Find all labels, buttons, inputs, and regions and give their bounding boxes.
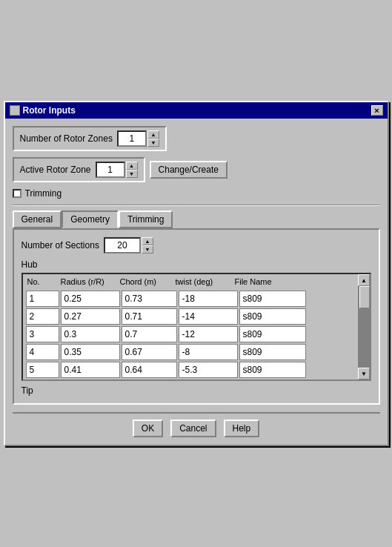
- cell-3-chord[interactable]: 0.7: [122, 326, 177, 342]
- sections-spin-up[interactable]: ▲: [142, 237, 153, 245]
- active-zone-spin-up[interactable]: ▲: [126, 162, 138, 170]
- table-row: 5 0.41 0.64 -5.3 s809: [26, 362, 355, 378]
- tabs-row: General Geometry Trimming: [13, 210, 380, 228]
- active-zone-spin-down[interactable]: ▼: [126, 170, 138, 178]
- table-row: 3 0.3 0.7 -12 s809: [26, 326, 355, 342]
- main-window: Rotor Inputs × Number of Rotor Zones ▲ ▼: [4, 101, 389, 446]
- rotor-zones-spin-buttons: ▲ ▼: [147, 130, 159, 147]
- cell-1-twist[interactable]: -18: [179, 291, 238, 307]
- close-button[interactable]: ×: [371, 105, 383, 116]
- rotor-zones-container: Number of Rotor Zones ▲ ▼: [13, 126, 167, 151]
- window-content: Number of Rotor Zones ▲ ▼ Active Rotor Z…: [5, 119, 388, 445]
- cell-4-twist[interactable]: -8: [179, 344, 238, 360]
- rotor-zones-label: Number of Rotor Zones: [20, 133, 113, 144]
- hub-label: Hub: [21, 259, 371, 270]
- cell-3-file[interactable]: s809: [239, 326, 306, 342]
- sections-row: Number of Sections ▲ ▼: [21, 237, 371, 253]
- sections-spin-down[interactable]: ▼: [142, 245, 153, 253]
- title-bar: Rotor Inputs ×: [5, 102, 388, 119]
- trimming-checkbox[interactable]: [13, 189, 21, 198]
- data-table: No. Radius (r/R) Chord (m) twist (deg) F…: [21, 273, 371, 381]
- tab-geometry[interactable]: Geometry: [62, 210, 119, 228]
- active-zone-input[interactable]: [96, 162, 125, 178]
- table-row: 2 0.27 0.71 -14 s809: [26, 308, 355, 325]
- cell-4-chord[interactable]: 0.67: [122, 344, 177, 360]
- col-header-file: File Name: [233, 276, 300, 288]
- sections-spinner[interactable]: ▲ ▼: [104, 237, 153, 253]
- cell-1-no[interactable]: 1: [26, 291, 59, 307]
- cell-3-twist[interactable]: -12: [179, 326, 238, 342]
- scroll-thumb[interactable]: [359, 286, 370, 308]
- active-zone-container: Active Rotor Zone ▲ ▼: [13, 157, 145, 182]
- scroll-track[interactable]: [359, 286, 370, 368]
- cell-3-radius[interactable]: 0.3: [61, 326, 120, 342]
- cell-5-chord[interactable]: 0.64: [122, 362, 177, 378]
- trimming-row: Trimming: [13, 188, 380, 199]
- footer-bar: OK Cancel Help: [13, 412, 380, 437]
- sections-input[interactable]: [104, 237, 141, 253]
- cell-4-radius[interactable]: 0.35: [61, 344, 120, 360]
- rotor-zones-spin-down[interactable]: ▼: [147, 139, 159, 147]
- col-header-no: No.: [26, 276, 59, 288]
- active-zone-spinner[interactable]: ▲ ▼: [96, 162, 138, 178]
- cell-4-file[interactable]: s809: [239, 344, 306, 360]
- change-create-button[interactable]: Change/Create: [150, 161, 227, 179]
- active-zone-row: Active Rotor Zone ▲ ▼ Change/Create: [13, 157, 380, 182]
- table-header: No. Radius (r/R) Chord (m) twist (deg) F…: [23, 274, 358, 289]
- window-icon: [10, 105, 20, 116]
- tab-trimming[interactable]: Trimming: [119, 210, 173, 228]
- rotor-zones-input[interactable]: [117, 130, 147, 147]
- active-zone-spin-buttons: ▲ ▼: [126, 162, 138, 178]
- col-header-chord: Chord (m): [119, 276, 174, 288]
- col-header-radius: Radius (r/R): [59, 276, 119, 288]
- rotor-zones-spinner[interactable]: ▲ ▼: [117, 130, 159, 147]
- scroll-up-button[interactable]: ▲: [358, 274, 370, 286]
- table-row: 1 0.25 0.73 -18 s809: [26, 291, 355, 307]
- ok-button[interactable]: OK: [133, 420, 163, 437]
- active-zone-label: Active Rotor Zone: [20, 165, 91, 175]
- window-title: Rotor Inputs: [23, 105, 76, 116]
- table-scrollbar: ▲ ▼: [358, 274, 370, 379]
- sections-spin-buttons: ▲ ▼: [142, 237, 153, 253]
- cell-5-no[interactable]: 5: [26, 362, 59, 378]
- cell-2-radius[interactable]: 0.27: [61, 308, 120, 325]
- cell-2-file[interactable]: s809: [239, 308, 306, 325]
- rotor-zones-inner: Number of Rotor Zones ▲ ▼: [20, 130, 159, 147]
- cancel-button[interactable]: Cancel: [170, 420, 216, 437]
- table-row: 4 0.35 0.67 -8 s809: [26, 344, 355, 360]
- cell-5-radius[interactable]: 0.41: [61, 362, 120, 378]
- tab-general[interactable]: General: [13, 210, 62, 228]
- rotor-zones-spin-up[interactable]: ▲: [147, 130, 159, 139]
- cell-2-twist[interactable]: -14: [179, 308, 238, 325]
- cell-2-no[interactable]: 2: [26, 308, 59, 325]
- cell-5-file[interactable]: s809: [239, 362, 306, 378]
- active-zone-inner: Active Rotor Zone ▲ ▼: [20, 162, 138, 178]
- cell-1-radius[interactable]: 0.25: [61, 291, 120, 307]
- cell-3-no[interactable]: 3: [26, 326, 59, 342]
- help-button[interactable]: Help: [224, 420, 260, 437]
- sections-label: Number of Sections: [21, 240, 99, 251]
- table-inner: No. Radius (r/R) Chord (m) twist (deg) F…: [23, 274, 358, 379]
- cell-2-chord[interactable]: 0.71: [122, 308, 177, 325]
- title-bar-left: Rotor Inputs: [10, 105, 76, 116]
- scroll-down-button[interactable]: ▼: [358, 368, 370, 379]
- tip-label: Tip: [21, 385, 371, 396]
- cell-1-chord[interactable]: 0.73: [122, 291, 177, 307]
- rotor-zones-row: Number of Rotor Zones ▲ ▼: [13, 126, 380, 151]
- cell-4-no[interactable]: 4: [26, 344, 59, 360]
- tab-geometry-content: Number of Sections ▲ ▼ Hub No. Rad: [13, 228, 380, 405]
- divider-1: [13, 205, 380, 206]
- trimming-label: Trimming: [25, 188, 62, 199]
- col-header-twist: twist (deg): [174, 276, 233, 288]
- cell-1-file[interactable]: s809: [239, 291, 306, 307]
- cell-5-twist[interactable]: -5.3: [179, 362, 238, 378]
